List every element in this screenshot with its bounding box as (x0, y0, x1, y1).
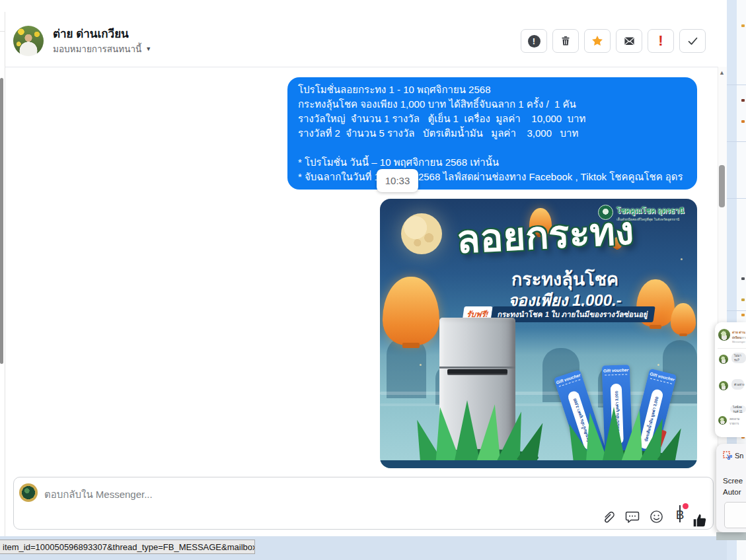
bubble-line-blank (298, 141, 687, 155)
message-bubble: โปรโมชั่นลอยกระทง 1 - 10 พฤศจิกายน 2568 … (287, 77, 697, 190)
right-separator (727, 198, 746, 199)
snip-text-line: Scree (723, 477, 743, 485)
smiley-icon (649, 509, 664, 524)
assignment-dropdown[interactable]: มอบหมายการสนทนานี้ ▼ (53, 42, 151, 56)
mark-done-button[interactable] (679, 29, 706, 53)
thumbs-up-icon (692, 512, 709, 530)
mini-avatar (718, 416, 727, 425)
clipped-content-fragment (741, 314, 745, 316)
poster-bottom-strip (380, 460, 697, 468)
sparkle (681, 258, 683, 260)
assignment-label: มอบหมายการสนทนานี้ (53, 42, 141, 56)
mini-contact-sub: ข้อความทาง Messenger (732, 335, 746, 343)
mini-avatar (719, 355, 728, 364)
messenger-window: ต่าย ด่านเกวียน มอบหมายการสนทนานี้ ▼ ! (0, 0, 746, 560)
comment-dots-icon (624, 508, 640, 524)
important-button[interactable]: ! (648, 29, 674, 53)
mini-contact-avatar (718, 329, 730, 341)
krathong-leaves-right (566, 400, 682, 466)
snip-text-line: Autor (723, 488, 741, 496)
bubble-line: รางวัลที่ 2 จำนวน 5 รางวัล บัตรเติมน้ำมั… (298, 126, 687, 141)
mini-chat-panel[interactable]: ต่าย ด่านเกวียน ข้อความทาง Messenger ไม่… (715, 322, 746, 437)
trash-icon (560, 35, 572, 47)
left-panel-tick (0, 31, 5, 32)
emoji-button[interactable] (648, 508, 665, 525)
like-button[interactable] (692, 512, 709, 529)
bubble-line: โปรโมชั่นลอยกระทง 1 - 10 พฤศจิกายน 2568 (298, 83, 687, 97)
mini-avatar (719, 381, 728, 390)
fridge-handle (447, 369, 507, 375)
image-attachment[interactable]: โชคคูณโชค อุดรธานี เต็นท์รถมือสองที่ใหญ่… (380, 199, 697, 468)
timestamp-tooltip: 10:33 (377, 169, 418, 192)
scroll-up-arrow[interactable]: ▲ (719, 69, 725, 76)
check-icon (687, 35, 699, 48)
snip-app-name: Sn (735, 452, 743, 460)
bubble-line7-right: 2568 ไลฟ์สดผ่านช่องทาง Facebook , Tiktok… (418, 170, 683, 184)
mark-unread-button[interactable] (616, 29, 642, 53)
krathong-leaves-left (413, 394, 552, 466)
contact-avatar[interactable] (13, 26, 44, 56)
clipped-content-fragment (741, 120, 745, 123)
fridge-door-line (439, 367, 515, 368)
bubble-line: รางวัลใหญ่ จำนวน 1 รางวัล ตู้เย็น 1 เครื… (298, 112, 687, 126)
snipping-tool-popup[interactable]: Sn Scree Autor (716, 444, 746, 532)
page-avatar (19, 483, 38, 502)
chevron-down-icon: ▼ (145, 46, 151, 52)
bubble-line: * จับฉลากในวันที่ 1 2568 ไลฟ์สดผ่านช่องท… (298, 170, 687, 184)
snipping-tool-icon (723, 451, 732, 460)
voucher-dash-line (605, 374, 627, 375)
snip-action-button[interactable] (724, 502, 746, 528)
chat-scrollbar-thumb[interactable] (719, 165, 725, 207)
right-separator (727, 141, 746, 142)
baht-bar (679, 505, 681, 522)
mini-row-text: สอบถามรายการ (729, 417, 746, 426)
attach-file-button[interactable] (599, 508, 616, 525)
clipped-content-fragment (741, 277, 745, 280)
link-preview-statusbar: item_id=100050596893307&thread_type=FB_M… (0, 540, 255, 554)
alert-circle-icon: ! (528, 35, 541, 48)
notification-dot (683, 503, 689, 509)
baht-icon: B (676, 508, 685, 522)
left-panel-divider (5, 12, 5, 536)
left-scrollbar-thumb[interactable] (0, 78, 3, 364)
mini-meta-bubble: ไลฟ์สดวันที่ 11 (730, 405, 746, 413)
right-separator (727, 85, 746, 85)
mini-message-bubble[interactable]: ตัวอย่าง (731, 379, 744, 390)
delete-button[interactable] (552, 29, 579, 53)
clipped-content-fragment (741, 99, 745, 102)
star-button[interactable] (584, 29, 611, 53)
mini-divider (718, 348, 746, 349)
bubble-line7-left: * จับฉลากในวันที่ 1 (298, 170, 380, 184)
mini-message-bubble[interactable]: ไม่มารับ? (731, 353, 746, 363)
bubble-line: * โปรโมชั่น วันนี้ – 10 พฤศจิกายน 2568 เ… (298, 155, 687, 170)
sparkle (420, 364, 422, 366)
leaf (454, 400, 480, 464)
star-icon (591, 34, 604, 48)
reply-input[interactable]: ตอบกลับใน Messenger... (44, 487, 153, 503)
right-separator (727, 310, 746, 311)
exclamation-icon: ! (658, 34, 663, 48)
leaf (602, 407, 626, 464)
saved-replies-button[interactable] (624, 508, 641, 525)
clipped-content-fragment (741, 24, 745, 27)
paperclip-icon (601, 509, 616, 524)
reply-composer[interactable]: ตอบกลับใน Messenger... B (13, 477, 714, 530)
voucher-label: Gift voucher (602, 367, 630, 372)
bubble-line: กระทงลุ้นโชค จองเพียง 1,000 บาท ได้สิทธิ… (298, 97, 687, 112)
clipped-content-fragment (741, 298, 745, 301)
contact-name: ต่าย ด่านเกวียน (53, 24, 129, 42)
report-button[interactable]: ! (521, 29, 547, 53)
envelope-icon (623, 35, 636, 48)
clipped-window-strip (716, 532, 746, 540)
conversation-header: ต่าย ด่านเกวียน มอบหมายการสนทนานี้ ▼ ! (5, 0, 727, 67)
payment-button[interactable]: B (671, 507, 689, 524)
